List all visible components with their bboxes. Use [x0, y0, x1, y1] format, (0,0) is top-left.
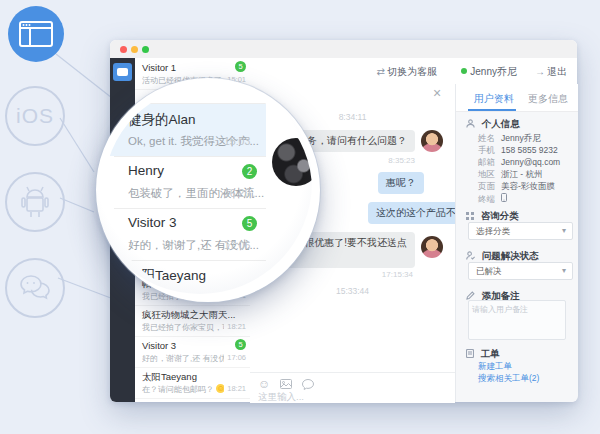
search-ticket-link[interactable]: 搜索相关工单(2): [478, 373, 539, 385]
note-textarea[interactable]: [468, 300, 566, 340]
minimize-traffic-dot[interactable]: [131, 46, 138, 53]
user-message: 惠呢？: [378, 172, 424, 194]
list-item-title: 疯狂动物城之大雨天...: [142, 309, 235, 322]
category-select[interactable]: 选择分类▾: [468, 222, 573, 240]
list-item-title: Visitor 1: [142, 62, 176, 73]
unread-badge: 2: [242, 164, 257, 179]
list-item[interactable]: Visitor 3 5 好的，谢谢了,还 有没优... 17:06: [135, 336, 250, 368]
emoji-icon[interactable]: ☺: [258, 378, 270, 390]
panel-tabs: 用户资料 更多信息: [456, 84, 578, 112]
ticket-section-title: 工单: [466, 348, 500, 361]
profile-row: 姓名Jenny乔尼: [478, 133, 541, 145]
unread-badge: 5: [242, 216, 257, 231]
nav-chat-item[interactable]: [113, 63, 132, 81]
list-item-title: 健身的Alan: [128, 111, 196, 129]
chat-bubble-icon: [117, 68, 128, 76]
agent-name: Jenny乔尼: [470, 66, 517, 77]
zoom-traffic-dot[interactable]: [142, 46, 149, 53]
message-time: 17:15:34: [382, 270, 413, 279]
grid-icon: [466, 211, 477, 222]
magnified-list-item[interactable]: Henry 2 包装破了，里面的液体流... 16:20: [104, 156, 266, 208]
user-profile-panel: 用户资料 更多信息 个人信息 姓名Jenny乔尼 手机158 5855 9232…: [455, 84, 578, 402]
agent-avatar: [421, 236, 443, 258]
page: iOS: [0, 0, 600, 434]
session-header: ⇄切换为客服 Jenny乔尼 →退出: [250, 58, 577, 85]
chat-timestamp: 15:33:44: [250, 286, 455, 296]
unread-badge: 5: [235, 339, 246, 350]
logout-arrow-icon: →: [535, 66, 545, 77]
mobile-icon: [501, 194, 507, 204]
active-tab-underline: [468, 109, 516, 111]
close-session-icon[interactable]: ×: [428, 84, 446, 102]
list-item-message: 在？请问能包邮吗？ ☺: [142, 384, 224, 395]
switch-icon: ⇄: [377, 66, 385, 77]
chevron-down-icon: ▾: [562, 263, 566, 279]
quick-reply-icon[interactable]: [302, 379, 314, 390]
list-item-title: Visitor 3: [142, 340, 176, 351]
list-item-title: 太阳Taeyang: [142, 371, 197, 384]
list-item-message: 好的，谢谢了,还 有没优...: [142, 353, 224, 364]
list-item-message: 我已经拍了你家宝贝，可...: [142, 322, 224, 333]
logout-button[interactable]: →退出: [535, 65, 567, 79]
profile-row: 地区浙江 - 杭州: [478, 169, 543, 181]
list-item[interactable]: 帕丁顿熊: [135, 398, 250, 402]
magnified-list-item-selected[interactable]: 健身的Alan Ok, get it. 我觉得这个产... 15:03: [104, 104, 266, 156]
list-item-time: 17:06: [227, 353, 246, 362]
image-attach-icon[interactable]: [280, 379, 292, 389]
new-ticket-link[interactable]: 新建工单: [478, 361, 512, 373]
personal-info-section-title: 个人信息: [466, 118, 520, 131]
list-item-time: 15:03: [224, 135, 250, 147]
person-check-icon: [466, 251, 478, 262]
chevron-down-icon: ▾: [562, 223, 566, 239]
person-icon: [466, 119, 478, 130]
smiley-emoji: ☺: [216, 384, 224, 393]
message-input[interactable]: [256, 390, 410, 403]
magnified-list-item[interactable]: Visitor 3 5 好的，谢谢了,还 有没优... 17:06: [104, 208, 266, 260]
tab-more-info[interactable]: 更多信息: [528, 92, 568, 106]
list-item[interactable]: 疯狂动物城之大雨天... 我已经拍了你家宝贝，可... 18:21: [135, 305, 250, 337]
agent-presence[interactable]: Jenny乔尼: [461, 65, 517, 79]
document-icon: [466, 349, 477, 360]
list-item-title: Visitor 3: [128, 215, 177, 230]
profile-row: 页面美容-彩妆面膜: [478, 181, 555, 193]
list-item-title: Henry: [128, 163, 164, 178]
status-select[interactable]: 已解决▾: [468, 262, 573, 280]
window-titlebar: [110, 40, 577, 59]
close-traffic-dot[interactable]: [120, 46, 127, 53]
switch-status-button[interactable]: ⇄切换为客服: [377, 65, 437, 79]
profile-row: 邮箱Jenny@qq.com: [478, 157, 560, 169]
profile-row: 终端: [478, 193, 507, 206]
online-status-dot: [461, 68, 467, 74]
unread-badge: 5: [235, 61, 246, 72]
list-item-time: 18:21: [227, 384, 246, 393]
list-item-time: 17:06: [224, 239, 250, 251]
list-item-time: 16:20: [224, 187, 250, 199]
agent-avatar: [421, 130, 443, 152]
list-item-time: 18:21: [227, 322, 246, 331]
message-time: 8:35:23: [388, 156, 415, 165]
magnifier-lens: 健身的Alan Ok, get it. 我觉得这个产... 15:03 Henr…: [96, 78, 320, 302]
list-item[interactable]: 太阳Taeyang 在？请问能包邮吗？ ☺ 18:21: [135, 367, 250, 399]
profile-row: 手机158 5855 9232: [478, 145, 558, 157]
tab-user-profile[interactable]: 用户资料: [474, 92, 514, 106]
message-input-bar: ☺: [250, 372, 455, 403]
